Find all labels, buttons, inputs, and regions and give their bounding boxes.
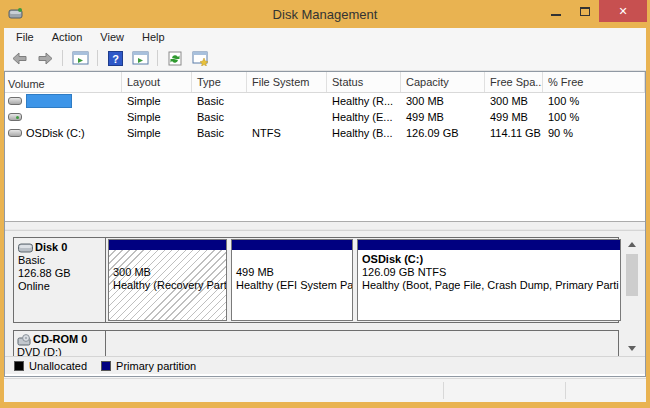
column-header-volume[interactable]: Volume: [5, 72, 122, 92]
scrollbar-thumb[interactable]: [626, 254, 638, 296]
partition-size: 300 MB: [113, 266, 225, 279]
column-header-file-system[interactable]: File System: [247, 72, 327, 92]
volume-name: OSDisk (C:): [26, 125, 85, 141]
column-header-status[interactable]: Status: [327, 72, 401, 92]
partition-status: Healthy (EFI System Partit: [236, 279, 351, 292]
svg-text:?: ?: [112, 52, 119, 64]
menu-help[interactable]: Help: [133, 29, 174, 45]
close-button[interactable]: ✕: [599, 0, 647, 22]
column-header-pct-free[interactable]: % Free: [543, 72, 645, 92]
legend-bar: Unallocated Primary partition: [5, 356, 645, 374]
scroll-down-icon[interactable]: [624, 341, 640, 356]
volume-icon: [8, 97, 22, 105]
show-hide-console-tree-icon[interactable]: [129, 48, 151, 68]
horizontal-scrollbar[interactable]: [5, 221, 645, 230]
toolbar-separator: [157, 50, 158, 66]
volume-list-header: Volume Layout Type File System Status Ca…: [5, 72, 645, 93]
maximize-button[interactable]: [570, 0, 599, 22]
disk-management-window: Disk Management ✕ File Action View Help: [0, 0, 650, 408]
partition-size: 126.09 GB NTFS: [362, 266, 619, 279]
minimize-icon: [551, 14, 561, 16]
disk-0-status: Online: [18, 280, 105, 293]
cdrom-0-block: CD-ROM 0 DVD (D:): [13, 330, 619, 356]
status-bar-separator: [443, 382, 444, 399]
scroll-up-icon[interactable]: [624, 237, 640, 252]
disk-0-size: 126.88 GB: [18, 267, 105, 280]
back-icon[interactable]: [9, 48, 31, 68]
partition-status: Healthy (Recovery Parti: [113, 279, 225, 292]
partition-color-bar: [358, 240, 620, 250]
table-row[interactable]: Simple Basic Healthy (E... 499 MB 499 MB…: [5, 109, 645, 125]
partition-size: 499 MB: [236, 266, 351, 279]
column-header-capacity[interactable]: Capacity: [401, 72, 485, 92]
cdrom-icon: [17, 334, 33, 346]
partition-efi[interactable]: 499 MB Healthy (EFI System Partit: [231, 239, 353, 321]
partition-color-bar: [232, 240, 352, 250]
cdrom-0-label[interactable]: CD-ROM 0 DVD (D:): [14, 331, 106, 356]
help-icon[interactable]: ?: [104, 48, 126, 68]
column-header-type[interactable]: Type: [192, 72, 247, 92]
graphical-view: Disk 0 Basic 126.88 GB Online 300 MB: [5, 230, 645, 356]
column-header-free-space[interactable]: Free Spa...: [485, 72, 543, 92]
forward-icon[interactable]: [34, 48, 56, 68]
main-view: Volume Layout Type File System Status Ca…: [4, 71, 646, 377]
vertical-scrollbar[interactable]: [624, 237, 640, 356]
status-bar: [4, 378, 646, 402]
volume-icon: [8, 113, 22, 121]
table-row[interactable]: OSDisk (C:) Simple Basic NTFS Healthy (B…: [5, 125, 645, 141]
table-row[interactable]: Simple Basic Healthy (R... 300 MB 300 MB…: [5, 93, 645, 109]
unallocated-swatch: [14, 361, 24, 371]
column-header-layout[interactable]: Layout: [122, 72, 192, 92]
menu-file[interactable]: File: [7, 29, 43, 45]
disk-0-type: Basic: [18, 254, 105, 267]
volume-list: Volume Layout Type File System Status Ca…: [5, 72, 645, 230]
toolbar-separator: [97, 50, 98, 66]
toolbar: ?: [4, 46, 646, 71]
volume-list-empty-area: [5, 141, 645, 221]
cdrom-0-type: DVD (D:): [17, 346, 105, 356]
titlebar: Disk Management ✕: [0, 0, 650, 28]
minimize-button[interactable]: [541, 0, 570, 22]
maximize-icon: [580, 7, 590, 16]
disk-icon: [18, 243, 33, 253]
toolbar-separator: [62, 50, 63, 66]
unallocated-label: Unallocated: [29, 360, 87, 372]
primary-partition-label: Primary partition: [116, 360, 196, 372]
disk-actions-icon[interactable]: [189, 48, 211, 68]
volume-icon: [8, 129, 22, 137]
close-icon: ✕: [618, 5, 627, 18]
disk-0-block: Disk 0 Basic 126.88 GB Online 300 MB: [13, 237, 619, 323]
partition-status: Healthy (Boot, Page File, Crash Dump, Pr…: [362, 279, 619, 292]
partition-osdisk-c[interactable]: OSDisk (C:) 126.09 GB NTFS Healthy (Boot…: [357, 239, 621, 321]
menu-view[interactable]: View: [91, 29, 133, 45]
menu-action[interactable]: Action: [43, 29, 92, 45]
partition-title: OSDisk (C:): [362, 253, 619, 266]
refresh-icon[interactable]: [164, 48, 186, 68]
partition-color-bar: [109, 240, 226, 250]
console-tree-icon[interactable]: [69, 48, 91, 68]
partition-recovery[interactable]: 300 MB Healthy (Recovery Parti: [108, 239, 227, 321]
disk-0-label[interactable]: Disk 0 Basic 126.88 GB Online: [14, 238, 106, 322]
menu-bar: File Action View Help: [4, 28, 646, 46]
primary-partition-swatch: [101, 361, 111, 371]
status-bar-separator: [565, 382, 566, 399]
selected-volume-highlight: [26, 94, 72, 108]
